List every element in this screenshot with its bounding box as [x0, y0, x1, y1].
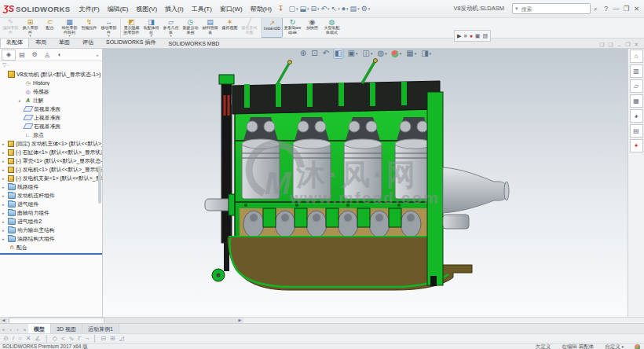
home-tab[interactable]: ⌂ — [630, 50, 643, 63]
tree-item[interactable]: ▸ 发动机连杆组件 — [0, 191, 102, 200]
view-settings-button[interactable]: ◨ ▾ — [420, 49, 432, 58]
update-speedpak-button[interactable]: ↻ 更新Speedpak ▾ — [283, 17, 302, 38]
snap-divider-icon[interactable]: │ — [45, 335, 49, 343]
view-palette-tab[interactable]: ▦ — [630, 94, 643, 108]
dropdown-arrow-icon[interactable]: ▾ — [430, 49, 432, 58]
expander-icon[interactable]: ▸ — [2, 141, 8, 146]
dropdown-arrow-icon[interactable]: ▾ — [317, 6, 320, 11]
menu-item[interactable]: 窗口(W) — [216, 5, 247, 13]
doc-new-icon[interactable]: ❏ — [598, 42, 606, 48]
tree-item[interactable]: ▸ (固定) 发动机主体<1> (默认<<默认>_显示状态-1>) — [0, 139, 102, 148]
dropdown-arrow-icon[interactable]: ▾ — [346, 6, 349, 11]
edit-component-button[interactable]: ✎ 编辑零部件 ▾ — [1, 17, 20, 38]
dimxpertmanager-tab[interactable]: ◬ — [41, 50, 53, 60]
tree-item[interactable]: ▸ 油路结构大组件 — [0, 234, 102, 243]
doc-restore-button[interactable]: ❐ — [624, 42, 632, 48]
tree-item[interactable]: ▸ ∟ 原点 — [0, 130, 102, 139]
file-properties-button[interactable]: ▤ ▾ — [350, 5, 360, 13]
close-button[interactable]: ✕ — [631, 5, 642, 13]
apply-scene-button[interactable]: ▦ ▾ — [405, 49, 417, 58]
tree-item[interactable]: ▸ ⊂ 配合 — [0, 243, 102, 252]
tree-item[interactable]: ▸ ◷ History — [0, 79, 102, 87]
dropdown-arrow-icon[interactable]: ▾ — [368, 6, 371, 11]
dropdown-arrow-icon[interactable]: ▾ — [400, 49, 402, 58]
undo-button[interactable]: ↶ ▾ — [321, 5, 330, 13]
large-assembly-mode-button[interactable]: ◍ 大型装配体模式 ▾ — [322, 17, 342, 38]
tree-scrollbar[interactable] — [98, 166, 101, 204]
custom-properties-tab[interactable]: ▤ — [630, 124, 643, 138]
previous-view-button[interactable]: ↶ ▾ — [322, 49, 330, 58]
macro-stop-button[interactable]: ■ — [463, 33, 467, 39]
assembly-features-button[interactable]: ◨ 装配体特征 ▾ — [141, 17, 161, 38]
expander-icon[interactable]: ▸ — [2, 228, 8, 233]
snap-point-icon[interactable]: ⊙ — [3, 335, 9, 343]
tree-filter-icon[interactable]: ▽₋ — [2, 62, 9, 68]
explode-line-sketch-button[interactable]: ╱ 爆炸直线草图 ▾ — [240, 17, 259, 38]
hide-show-items-button[interactable]: ◍ ▾ — [376, 49, 387, 58]
dropdown-arrow-icon[interactable]: ▾ — [385, 49, 387, 58]
snap-angle-icon[interactable]: ∠ — [35, 335, 40, 343]
pin-menu-icon[interactable]: ↧ — [278, 5, 284, 13]
dropdown-arrow-icon[interactable]: ▾ — [357, 6, 360, 11]
search-dropdown-icon[interactable]: ⌕ — [591, 5, 601, 13]
dropdown-arrow-icon[interactable]: ▾ — [356, 49, 358, 58]
instant3d-button[interactable]: ↗ Instant3D ▾ — [261, 17, 283, 38]
macro-save-button[interactable]: ▣ — [475, 33, 481, 39]
snap-grid2-icon[interactable]: ⊞ — [110, 335, 115, 343]
move-component-button[interactable]: ↔ 移动零部件 ▾ — [99, 17, 119, 38]
tree-item[interactable]: ▸ 前视基准面 — [0, 105, 102, 113]
tree-item[interactable]: ▸ (-) 发电机支架<1> (默认<<默认>_显示状态-1>) — [0, 174, 102, 182]
reference-geometry-button[interactable]: ▱ 参考几何体 ▾ — [161, 17, 181, 38]
design-library-tab[interactable]: ▥ — [630, 64, 643, 78]
dropdown-arrow-icon[interactable]: ▾ — [338, 6, 340, 11]
linear-component-pattern-button[interactable]: ▦ 线性零部件阵列 ▾ — [60, 17, 79, 38]
exploded-view-button[interactable]: ✶ 爆炸视图 ▾ — [220, 17, 240, 38]
solidworks-forum-tab[interactable]: ✦ — [630, 139, 643, 152]
configurationmanager-tab[interactable]: ⚙ — [28, 50, 41, 60]
pane-expand-button[interactable]: » — [94, 50, 101, 60]
mate-button[interactable]: ⊂ 配合 ▾ — [40, 17, 60, 38]
edit-appearance-button[interactable]: ▾ — [391, 49, 403, 58]
propertymanager-tab[interactable]: ▤ — [16, 50, 28, 60]
expander-icon[interactable]: ▸ — [2, 159, 8, 163]
expander-icon[interactable]: ▸ — [2, 167, 8, 172]
custom-status-menu[interactable]: 自定义 ▾ — [605, 343, 624, 349]
scroll-right-icon[interactable]: ▶ — [236, 318, 243, 323]
new-document-button[interactable]: ▢ ▾ — [288, 5, 298, 13]
tree-item[interactable]: ▸ 进气组件 — [0, 200, 102, 208]
dropdown-arrow-icon[interactable]: ▾ — [29, 35, 31, 38]
options-button[interactable]: ⚙ ▾ — [361, 5, 371, 13]
doc-minimize-button[interactable]: – — [615, 42, 624, 48]
zoom-fit-button[interactable]: ⊕ ▾ — [299, 49, 307, 58]
displaymanager-tab[interactable]: ◐ — [53, 50, 66, 60]
tree-item[interactable]: ▸ A 注解 — [0, 96, 102, 105]
appearances-scenes-tab[interactable]: ◕ — [630, 109, 643, 123]
tree-item[interactable]: ▸ 线路组件 — [0, 182, 102, 191]
dropdown-arrow-icon[interactable]: ▾ — [68, 35, 70, 38]
menu-item[interactable]: 插入(I) — [161, 5, 188, 13]
expander-icon[interactable]: ▸ — [2, 193, 8, 198]
dropdown-arrow-icon[interactable]: ▾ — [327, 6, 330, 11]
doc-cascade-icon[interactable]: ❏ — [606, 42, 615, 48]
scroll-left-icon[interactable]: ◀ — [0, 318, 7, 323]
tree-item[interactable]: ▸ (-) 罩壳<1> (默认<<默认>_显示状态-1>) — [0, 156, 102, 165]
v8-engine-model[interactable]: M 沐·风·网 www.mfcad.com — [103, 48, 628, 317]
doc-close-button[interactable]: ✕ — [632, 42, 641, 48]
tree-item[interactable]: ▸ (-) 发电机<1> (默认<<默认>_显示状态-1>) — [0, 165, 102, 174]
tab-addins[interactable]: SOLIDWORKS 插件 — [100, 37, 162, 48]
snap-divider2-icon[interactable]: │ — [93, 335, 97, 343]
menu-item[interactable]: 视图(V) — [132, 5, 161, 13]
snap-line-icon[interactable]: / — [13, 335, 14, 343]
file-explorer-tab[interactable]: ▱ — [630, 79, 643, 93]
minimize-button[interactable]: — — [611, 5, 621, 13]
expander-icon[interactable]: ▸ — [2, 185, 8, 189]
dropdown-arrow-icon[interactable]: ▾ — [371, 49, 373, 58]
search-scope-icon[interactable]: ▾ — [515, 6, 518, 12]
search-box[interactable]: ▾ — [512, 3, 591, 14]
dropdown-arrow-icon[interactable]: ▾ — [415, 49, 417, 58]
menu-item[interactable]: 工具(T) — [188, 5, 216, 13]
insert-components-button[interactable]: ⊞ 插入零部件 ▾ — [20, 17, 40, 38]
rebuild-button[interactable]: ● ▾ — [342, 5, 349, 13]
expander-icon[interactable]: ▸ — [2, 219, 8, 224]
tree-item[interactable]: ▸ 进气组件2 — [0, 217, 102, 226]
